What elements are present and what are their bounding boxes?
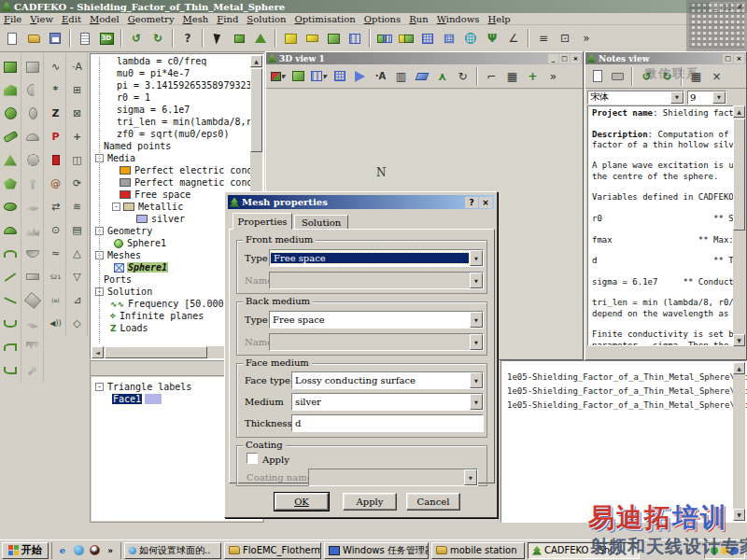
s-parameter-icon[interactable]: S21 [46,265,66,288]
tree-item-pmc[interactable]: Perfect magnetic conduct [92,176,251,189]
dropdown-icon[interactable] [712,91,726,104]
taskbar-item-mobile-station[interactable]: mobile station [431,542,525,559]
speaker-icon[interactable]: ◀)) [46,312,66,335]
create-fitted-spline-icon[interactable] [0,358,21,382]
tree-item-media[interactable]: Media [92,152,251,164]
current-source-icon[interactable]: ≈ [46,242,66,265]
cut-icon[interactable]: × [707,66,726,86]
wireframe-sphere-icon[interactable] [345,28,365,49]
scrollbar-thumb[interactable] [250,68,262,152]
face-type-select[interactable]: Lossy conducting surface [291,371,484,389]
grid-icon[interactable]: ▦ [502,66,522,86]
network-icon[interactable]: ⇄ [46,195,66,218]
browser-icon[interactable]: e [56,544,69,557]
close-button[interactable]: × [734,54,744,63]
scroll-left-icon[interactable]: ◄ [92,346,104,358]
apply-coating-checkbox[interactable] [247,453,258,464]
menu-model[interactable]: Model [90,14,120,24]
notes-text-area[interactable]: Project name: Shielding facto Descriptio… [587,105,735,346]
plane-cut-icon[interactable]: ▤ [67,218,88,242]
dropdown-icon[interactable] [470,312,483,328]
menu-file[interactable]: File [4,14,21,24]
orbit-view-icon[interactable]: ↻ [453,66,472,86]
triangle-up-icon[interactable]: △ [67,242,88,265]
create-polyline-icon[interactable] [0,288,21,312]
notes-icon[interactable] [75,28,95,49]
menu-view[interactable]: View [30,14,53,24]
print-icon[interactable] [608,66,627,86]
help-icon[interactable]: ? [177,28,198,49]
quick-launch-overflow-icon[interactable]: » [104,544,117,557]
dropdown-icon[interactable] [470,334,483,350]
menu-help[interactable]: Help [488,14,511,24]
menu-run[interactable]: Run [409,14,428,24]
subtract-icon[interactable] [22,78,43,102]
tree-item-pec[interactable]: Perfect electric conduct [92,164,251,176]
tree-item-variable[interactable]: pi = 3.14159265358979323846 [92,79,251,91]
scroll-up-icon[interactable]: ▲ [250,55,262,67]
select-pointer-icon[interactable] [207,28,228,49]
pan-icon[interactable]: + [523,66,543,86]
collapse-icon[interactable] [112,203,120,211]
tree-item-variable[interactable]: sigma = 6.1e7 [92,104,251,116]
taskbar-item-floemc[interactable]: FloEMC_Flotherm... [224,542,321,559]
dropdown-icon[interactable] [470,250,483,266]
view-list-icon[interactable]: ≡ [533,28,554,49]
path-sweep-icon[interactable] [22,195,43,218]
render-options-icon[interactable]: ▥ [391,66,411,86]
back-medium-name-select[interactable] [269,333,484,351]
create-cylinder-icon[interactable] [0,125,21,148]
transform-icon[interactable] [22,288,43,312]
create-helix-icon[interactable] [0,242,21,265]
new-icon[interactable] [2,28,22,49]
delete-grid-icon[interactable]: ⊠ [67,102,88,125]
tree-item-variable[interactable]: tri_len = min(lambda/8,r0/4 [92,116,251,128]
tab-properties[interactable]: Properties [233,213,292,230]
create-paraboloid-icon[interactable] [0,218,21,242]
maximize-button[interactable]: □ [559,54,570,63]
create-cuboid-icon[interactable] [302,28,322,49]
dialog-titlebar[interactable]: Mesh properties ? × [228,195,494,209]
mesh-cube-icon[interactable] [417,28,438,49]
select-edge-icon[interactable] [250,28,271,49]
dropdown-icon[interactable] [470,273,483,288]
right-triangle-icon[interactable]: ⊿ [67,288,88,312]
create-ellipse-icon[interactable] [0,195,21,218]
message-scrollbar[interactable]: ▲ ▼ [733,362,745,521]
tree-item-variable[interactable]: lambda = c0/freq [92,55,251,67]
close-button[interactable]: × [571,54,581,63]
mesh-view-icon[interactable] [330,66,349,86]
create-bezier-icon[interactable] [0,312,21,335]
front-medium-type-select[interactable]: Free space [269,249,484,267]
stitch-icon[interactable] [22,242,43,265]
mesh-fine-cube-icon[interactable] [439,28,459,49]
far-field-icon[interactable]: (e) [46,288,66,312]
tab-solution[interactable]: Solution [294,215,348,230]
dropdown-icon[interactable] [470,394,483,410]
create-cube-icon[interactable] [0,55,21,78]
main-titlebar[interactable]: CADFEKO - Shielding_Factor_of_Thin_Metal… [0,0,747,13]
open-icon[interactable] [23,28,44,49]
simplify-icon[interactable] [22,265,43,288]
dropdown-icon[interactable] [464,469,477,485]
label-icon[interactable]: ·A [67,55,88,78]
notes-scrollbar[interactable]: ▲ ▼ [733,105,745,346]
annotation-icon[interactable]: ·A [371,66,390,86]
eraser-icon[interactable] [412,66,431,86]
cutplane-icon[interactable] [350,66,370,86]
qq-icon[interactable] [88,544,101,557]
back-medium-type-select[interactable]: Free space [269,311,484,329]
spin-icon[interactable] [22,148,43,172]
scroll-up-icon[interactable]: ▲ [733,105,745,118]
media-player-icon[interactable] [72,544,85,557]
font-family-select[interactable]: 宋体 [587,91,684,105]
create-polygon-icon[interactable] [0,172,21,195]
new-note-icon[interactable] [587,66,607,86]
dropdown-icon[interactable] [670,91,684,104]
select-face-icon[interactable] [229,28,249,49]
split-icon[interactable] [22,125,43,148]
wireframe-view-icon[interactable]: ▼ [309,66,329,86]
union-solids-icon[interactable] [374,28,395,49]
help-icon[interactable]: ? [465,197,478,208]
plane-wave-icon[interactable]: ∿ [46,55,66,78]
